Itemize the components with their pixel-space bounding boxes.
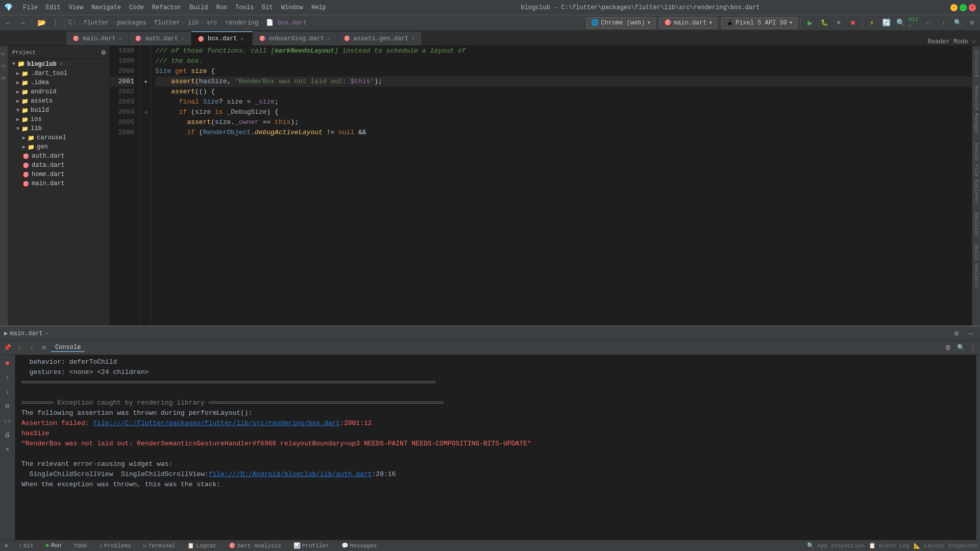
menu-file[interactable]: File bbox=[19, 3, 42, 12]
tab-box-dart[interactable]: 🎯 box.dart ✕ bbox=[191, 31, 253, 45]
menu-build[interactable]: Build bbox=[185, 3, 212, 12]
scroll-end-btn[interactable]: ↓↓ bbox=[2, 414, 14, 427]
menu-refactor[interactable]: Refactor bbox=[148, 3, 186, 12]
close-console-btn[interactable]: ✕ bbox=[2, 443, 14, 455]
run-config-device[interactable]: 📱 Pixel 5 API 30 ▾ bbox=[721, 17, 797, 29]
close-tab-main[interactable]: ✕ bbox=[119, 35, 122, 42]
bottom-tab-terminal[interactable]: ▷ Terminal bbox=[137, 540, 181, 551]
bottom-tab-messages[interactable]: 💬 Messages bbox=[335, 540, 383, 551]
tab-onboarding-dart[interactable]: 🎯 onboarding.dart ✕ bbox=[253, 31, 337, 45]
console-link-auth-dart[interactable]: file:///D:/Android/blogclub/lib/auth.dar… bbox=[209, 470, 372, 478]
menu-edit[interactable]: Edit bbox=[42, 3, 65, 12]
debug-button[interactable]: 🐛 bbox=[818, 17, 830, 29]
hot-restart-button[interactable]: 🔄 bbox=[880, 17, 892, 29]
bottom-tab-problems[interactable]: ⚠ Problems bbox=[93, 540, 137, 551]
restart-btn[interactable]: ↓ bbox=[2, 386, 14, 398]
reader-mode-toggle[interactable]: ✓ bbox=[972, 38, 976, 45]
bottom-tab-dart-analysis[interactable]: 🎯 Dart Analysis bbox=[223, 540, 287, 551]
breadcrumb-rendering[interactable]: rendering bbox=[225, 19, 258, 27]
breadcrumb-lib[interactable]: lib bbox=[188, 19, 199, 27]
breadcrumb-flutter2[interactable]: flutter bbox=[154, 19, 180, 27]
close-run-tab[interactable]: ✕ bbox=[45, 330, 48, 337]
flutter-inspector-button[interactable]: 🔍 bbox=[894, 17, 906, 29]
git-status-button[interactable]: Git ✓ bbox=[909, 17, 921, 29]
git-push-button[interactable]: ✓↑ bbox=[923, 17, 935, 29]
bottom-tab-logcat[interactable]: 📋 Logcat bbox=[181, 540, 223, 551]
breadcrumb-packages[interactable]: packages bbox=[117, 19, 146, 27]
breadcrumb-src[interactable]: src bbox=[206, 19, 217, 27]
close-tab-assets[interactable]: ✕ bbox=[412, 35, 415, 42]
rerun-btn[interactable]: ↑ bbox=[2, 371, 14, 384]
tree-home-dart[interactable]: 🎯 home.dart bbox=[8, 170, 110, 179]
console-tab[interactable]: Console bbox=[51, 344, 85, 352]
tree-assets[interactable]: ▶ 📁 assets bbox=[8, 96, 110, 106]
build-variants-tab[interactable]: Build Variants bbox=[972, 241, 980, 292]
run-button[interactable]: ▶ bbox=[804, 17, 816, 29]
project-tree-gear[interactable]: ⚙ bbox=[102, 48, 106, 57]
minimize-run-btn[interactable]: — bbox=[966, 329, 976, 339]
bottom-tabs-gear[interactable]: ⚙ bbox=[2, 542, 10, 550]
coverage-button[interactable]: ⊕ bbox=[832, 17, 845, 29]
more-console-btn[interactable]: ⋮ bbox=[968, 343, 978, 353]
menu-code[interactable]: Code bbox=[125, 3, 148, 12]
console-link-box-dart[interactable]: file:///C:/flutter/packages/flutter/lib/… bbox=[93, 419, 340, 427]
tab-main-dart[interactable]: 🎯 main.dart ✕ bbox=[66, 31, 129, 45]
emulator-tab[interactable]: Emulator bbox=[972, 208, 980, 241]
close-tab-onboarding[interactable]: ✕ bbox=[327, 35, 331, 42]
bottom-tab-profiler[interactable]: 📊 Profiler bbox=[287, 540, 335, 551]
close-button[interactable]: ✕ bbox=[969, 4, 976, 11]
run-tab[interactable]: ▶ main.dart ✕ bbox=[4, 330, 48, 337]
tree-gen[interactable]: ▶ 📁 gen bbox=[8, 142, 110, 152]
resource-manager-tab[interactable]: Resource Manager bbox=[972, 82, 980, 139]
device-file-explorer-tab[interactable]: Device File Explorer bbox=[972, 139, 980, 208]
menu-help[interactable]: Help bbox=[307, 3, 330, 12]
minimize-button[interactable]: − bbox=[950, 4, 958, 11]
pin-console-btn[interactable]: 📌 bbox=[2, 343, 12, 353]
tree-ios[interactable]: ▶ 📁 ios bbox=[8, 115, 110, 124]
event-log-btn[interactable]: 📋 Event Log bbox=[869, 542, 910, 549]
menu-view[interactable]: View bbox=[65, 3, 88, 12]
run-config-chrome[interactable]: 🌐 Chrome (web) ▾ bbox=[586, 17, 655, 29]
tab-auth-dart[interactable]: 🎯 auth.dart ✕ bbox=[129, 31, 191, 45]
search-everywhere-button[interactable]: 🔍 bbox=[951, 17, 964, 29]
code-container[interactable]: 1998 1999 2000 2001 2002 2003 2004 2005 … bbox=[110, 46, 980, 325]
menu-run[interactable]: Run bbox=[212, 3, 231, 12]
tree-root-blogclub[interactable]: ▼ 📁 blogclub D:... bbox=[8, 59, 110, 69]
breadcrumb-flutter[interactable]: flutter bbox=[84, 19, 109, 27]
breadcrumb-c[interactable]: C: bbox=[68, 19, 76, 27]
wrap-output-btn[interactable]: ⊟ bbox=[2, 400, 14, 412]
structure-tab[interactable]: Structure bbox=[972, 46, 980, 82]
forward-button[interactable]: → bbox=[16, 17, 29, 29]
filter-btn[interactable]: 🔍 bbox=[955, 343, 966, 353]
structure-icon[interactable]: S bbox=[1, 60, 7, 71]
menu-navigate[interactable]: Navigate bbox=[87, 3, 125, 12]
back-button[interactable]: ← bbox=[2, 17, 14, 29]
menu-window[interactable]: Window bbox=[277, 3, 307, 12]
code-content[interactable]: /// of those functions, call [markNeedsL… bbox=[151, 46, 980, 325]
tree-idea[interactable]: ▶ 📁 .idea bbox=[8, 78, 110, 87]
scroll-down-btn[interactable]: ↓ bbox=[27, 343, 37, 353]
recent-files-button[interactable]: 📂 bbox=[35, 17, 47, 29]
layout-inspector-btn[interactable]: 📐 Layout Inspector bbox=[914, 542, 978, 549]
tab-assets-gen-dart[interactable]: 🎯 assets.gen.dart ✕ bbox=[337, 31, 422, 45]
stop-button[interactable]: ■ bbox=[847, 17, 859, 29]
tree-carousel[interactable]: ▶ 📁 carousel bbox=[8, 133, 110, 142]
tree-lib[interactable]: ▼ 📁 lib bbox=[8, 124, 110, 133]
menu-tools[interactable]: Tools bbox=[231, 3, 258, 12]
bottom-tab-run[interactable]: ▶ Run bbox=[40, 539, 67, 551]
git-fetch-button[interactable]: ↓ bbox=[937, 17, 949, 29]
clear-console-btn[interactable]: 🗑 bbox=[943, 343, 953, 353]
maximize-button[interactable]: □ bbox=[960, 4, 967, 11]
console-output[interactable]: behavior: deferToChild gestures: <none> … bbox=[15, 355, 976, 540]
tree-build[interactable]: ▼ 📁 build bbox=[8, 106, 110, 115]
scroll-up-btn[interactable]: ↑ bbox=[14, 343, 24, 353]
bookmark-icon[interactable]: B bbox=[1, 72, 7, 84]
toolbar-more[interactable]: ⋮ bbox=[50, 17, 62, 29]
menu-git[interactable]: Git bbox=[258, 3, 277, 12]
tree-dart-tool[interactable]: ▶ 📁 .dart_tool bbox=[8, 69, 110, 78]
breakpoint-indicator[interactable]: ● bbox=[144, 79, 147, 85]
bottom-tab-todo[interactable]: TODO bbox=[67, 541, 93, 551]
tree-auth-dart[interactable]: 🎯 auth.dart bbox=[8, 152, 110, 161]
project-icon[interactable]: P bbox=[1, 48, 7, 59]
settings-run-btn[interactable]: ⚙ bbox=[951, 329, 962, 339]
